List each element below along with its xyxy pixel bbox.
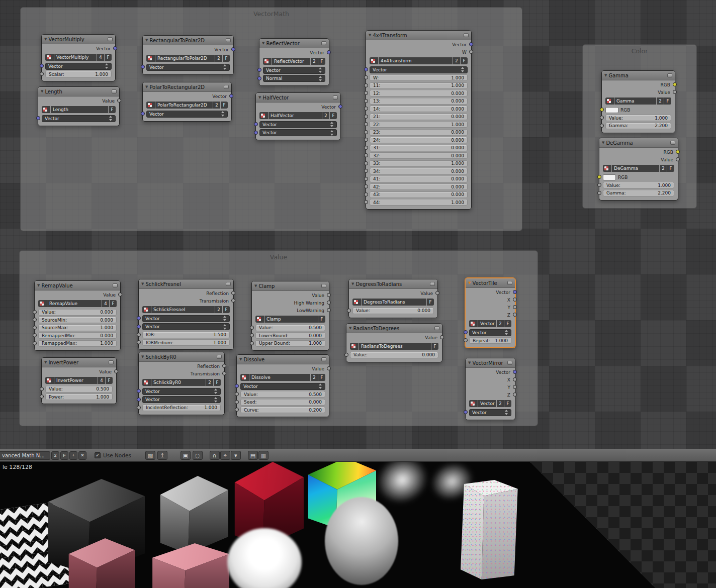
collapse-icon[interactable]: ▼ bbox=[145, 85, 148, 89]
operation-select[interactable]: InvertPower bbox=[54, 377, 98, 384]
number-field[interactable]: Value:1.000 bbox=[603, 182, 674, 188]
node-header[interactable]: ▼DegreesToRadians bbox=[349, 279, 437, 289]
id-browse-icon[interactable] bbox=[142, 379, 151, 386]
copy-nodes-icon[interactable]: ▤ bbox=[248, 451, 258, 460]
number-field[interactable]: 23:0.000 bbox=[370, 129, 468, 136]
value-socket[interactable] bbox=[327, 293, 331, 297]
vector-socket[interactable] bbox=[235, 384, 239, 388]
number-field[interactable]: 11:1.000 bbox=[370, 82, 468, 89]
value-socket[interactable] bbox=[327, 308, 331, 312]
fake-user-button[interactable]: F bbox=[318, 374, 325, 381]
number-field[interactable]: Curve:0.200 bbox=[240, 407, 325, 413]
node-preview-icon[interactable] bbox=[434, 326, 439, 330]
node-RadiansToDegrees[interactable]: ▼RadiansToDegreesValueRadiansToDegreesFV… bbox=[346, 323, 442, 362]
number-field[interactable]: Value:0.500 bbox=[255, 325, 325, 331]
value-socket[interactable] bbox=[235, 392, 239, 396]
value-socket[interactable] bbox=[469, 50, 473, 54]
number-field[interactable]: Power:1.000 bbox=[45, 394, 113, 400]
number-field[interactable]: Upper Bound:1.000 bbox=[255, 340, 325, 347]
vector-socket[interactable] bbox=[254, 122, 258, 126]
number-field[interactable]: 33:1.000 bbox=[370, 160, 468, 167]
collapse-icon[interactable]: ▼ bbox=[369, 34, 371, 37]
value-socket[interactable] bbox=[33, 333, 37, 337]
number-field[interactable]: 43:0.000 bbox=[370, 191, 468, 198]
id-browse-icon[interactable] bbox=[469, 400, 478, 407]
color-socket[interactable] bbox=[597, 175, 601, 179]
id-browse-icon[interactable] bbox=[263, 58, 272, 65]
user-count-button[interactable]: 2 bbox=[311, 58, 318, 65]
number-field[interactable]: 24:0.000 bbox=[370, 137, 468, 143]
color-swatch[interactable] bbox=[603, 174, 616, 180]
value-socket[interactable] bbox=[250, 326, 254, 330]
user-count-button[interactable]: 2 bbox=[215, 55, 222, 62]
collapse-icon[interactable]: ▼ bbox=[141, 282, 144, 286]
value-socket[interactable] bbox=[364, 146, 368, 150]
collapse-icon[interactable]: ▼ bbox=[44, 361, 47, 364]
number-field[interactable]: SourceMin:0.000 bbox=[38, 317, 117, 323]
vector-socket[interactable] bbox=[141, 112, 145, 116]
value-socket[interactable] bbox=[364, 153, 368, 157]
number-field[interactable]: 14:0.000 bbox=[370, 106, 468, 112]
node-header[interactable]: ▼4x4Transform bbox=[366, 31, 471, 40]
vector-socket[interactable] bbox=[137, 389, 141, 393]
node-header[interactable]: ▼Gamma bbox=[602, 71, 675, 80]
collapse-icon[interactable]: ▼ bbox=[349, 327, 351, 330]
node-preview-icon[interactable] bbox=[670, 141, 675, 145]
node-editor[interactable]: VectorMathColorValue▼VectorMultiplyVecto… bbox=[0, 0, 716, 449]
value-socket[interactable] bbox=[364, 91, 368, 95]
fake-user-button[interactable]: F bbox=[504, 320, 511, 327]
collapse-icon[interactable]: ▼ bbox=[37, 284, 40, 287]
collapse-icon[interactable]: ▼ bbox=[239, 358, 242, 361]
vector-socket[interactable] bbox=[137, 398, 141, 402]
input-menu[interactable]: Vector bbox=[142, 315, 230, 322]
value-socket[interactable] bbox=[600, 116, 604, 120]
value-socket[interactable] bbox=[597, 183, 601, 187]
value-socket[interactable] bbox=[235, 400, 239, 404]
input-menu[interactable]: Vector bbox=[142, 396, 221, 403]
collapse-icon[interactable]: ▼ bbox=[141, 355, 144, 359]
operation-select[interactable]: DeGamma bbox=[612, 165, 659, 172]
fake-user-button[interactable]: F bbox=[664, 97, 671, 105]
id-browse-icon[interactable] bbox=[38, 300, 47, 307]
fake-user-button[interactable]: F bbox=[504, 400, 511, 407]
node-SchlickFresnel[interactable]: ▼SchlickFresnelReflectionTransmissionSch… bbox=[138, 279, 234, 350]
node-4x4Transform[interactable]: ▼4x4TransformVectorW4x4Transform2FVector… bbox=[366, 30, 472, 210]
value-socket[interactable] bbox=[513, 313, 517, 317]
id-browse-icon[interactable] bbox=[240, 374, 249, 381]
value-socket[interactable] bbox=[364, 192, 368, 197]
value-socket[interactable] bbox=[513, 385, 517, 389]
value-socket[interactable] bbox=[676, 157, 680, 161]
fake-user-button[interactable]: F bbox=[427, 299, 434, 306]
node-preview-icon[interactable] bbox=[108, 37, 113, 41]
vector-socket[interactable] bbox=[513, 370, 517, 374]
color-socket[interactable] bbox=[600, 108, 604, 112]
node-header[interactable]: ▼ReflectVector bbox=[259, 39, 329, 48]
input-menu[interactable]: Vector bbox=[146, 111, 228, 118]
value-socket[interactable] bbox=[364, 75, 368, 79]
input-menu[interactable]: Vector bbox=[142, 323, 230, 330]
node-VectorMirror[interactable]: ▼VectorMirrorVectorXYZVector2FVector bbox=[465, 358, 515, 420]
number-field[interactable]: 32:0.000 bbox=[370, 152, 468, 159]
fake-user-button[interactable]: F bbox=[110, 300, 117, 307]
user-count-button[interactable]: 2 bbox=[206, 379, 213, 386]
number-field[interactable]: Value:0.500 bbox=[45, 386, 113, 393]
use-nodes-checkbox[interactable]: ✓ Use Nodes bbox=[95, 452, 131, 458]
id-browse-icon[interactable] bbox=[42, 106, 50, 113]
node-InvertPower[interactable]: ▼InvertPowerValueInvertPower4FValue:0.50… bbox=[41, 357, 117, 404]
render-backdrop-icon[interactable]: ▧ bbox=[145, 451, 155, 460]
fake-user-button[interactable]: F bbox=[667, 165, 674, 172]
value-socket[interactable] bbox=[364, 107, 368, 111]
number-field[interactable]: Scalar:1.000 bbox=[45, 71, 112, 77]
value-socket[interactable] bbox=[118, 292, 122, 297]
node-ReflectVector[interactable]: ▼ReflectVectorVectorReflectVector2FVecto… bbox=[259, 38, 329, 86]
value-socket[interactable] bbox=[364, 161, 368, 165]
color-socket[interactable] bbox=[676, 150, 680, 154]
input-menu[interactable]: Normal bbox=[263, 75, 325, 82]
value-socket[interactable] bbox=[347, 309, 351, 313]
node-DegreesToRadians[interactable]: ▼DegreesToRadiansValueDegreesToRadiansFV… bbox=[348, 279, 438, 318]
paste-nodes-icon[interactable]: ▥ bbox=[258, 451, 268, 460]
value-socket[interactable] bbox=[250, 341, 254, 345]
number-field[interactable]: LowerBound:0.000 bbox=[255, 332, 325, 339]
value-socket[interactable] bbox=[435, 291, 439, 295]
user-count-button[interactable]: 2 bbox=[497, 320, 504, 327]
